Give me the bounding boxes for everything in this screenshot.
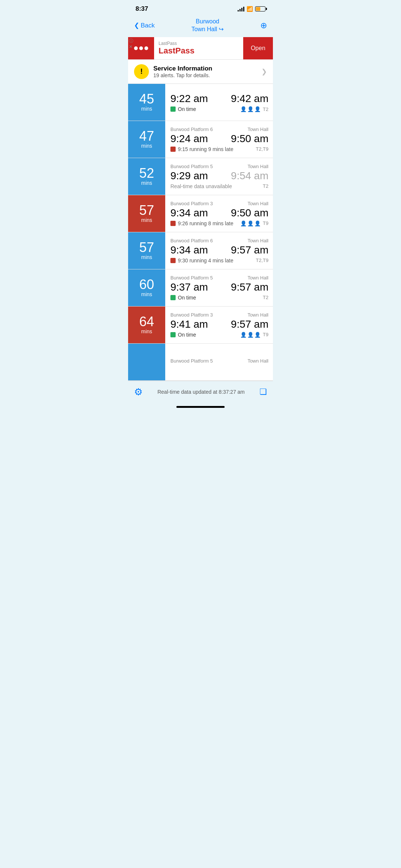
mins-number: 57 [139, 204, 154, 217]
mins-number: 60 [139, 278, 154, 291]
train-top-row: Burwood Platform 5 Town Hall [170, 358, 268, 364]
platform-label: Burwood Platform 5 [170, 164, 213, 169]
late-indicator [170, 147, 176, 152]
line-badge: T9 [261, 220, 268, 226]
arrive-time: 9:50 am [231, 207, 268, 219]
on-time-indicator [170, 107, 176, 112]
destination-label: Town Hall [248, 275, 268, 281]
status-row: 9:15 running 9 mins late [170, 146, 233, 152]
arrive-time: 9:57 am [231, 244, 268, 256]
locate-icon[interactable]: ⊕ [260, 21, 267, 30]
destination-label: Town Hall [248, 358, 268, 364]
destination-label: Town Hall [248, 127, 268, 132]
mins-col: 60mins [128, 269, 165, 306]
mins-label: mins [141, 106, 152, 112]
arrive-time: 9:57 am [231, 281, 268, 293]
train-item[interactable]: 57mins Burwood Platform 6 Town Hall 9:34… [128, 232, 273, 269]
close-icon[interactable]: ⓘ ✕ [129, 38, 133, 49]
train-details: Burwood Platform 5 Town Hall [165, 344, 273, 380]
mins-label: mins [141, 180, 152, 186]
occupancy-row: 👤👤👤 T9 [240, 220, 268, 226]
settings-icon[interactable]: ⚙ [134, 386, 143, 398]
lastpass-small-name: LastPass [159, 41, 239, 46]
back-button[interactable]: ❮ Back [134, 22, 155, 29]
train-item[interactable]: 60mins Burwood Platform 5 Town Hall 9:37… [128, 269, 273, 307]
train-item[interactable]: 52mins Burwood Platform 5 Town Hall 9:29… [128, 158, 273, 195]
train-details: Burwood Platform 6 Town Hall 9:34 am 9:5… [165, 232, 273, 269]
train-item[interactable]: Burwood Platform 5 Town Hall [128, 344, 273, 381]
train-top-row: Burwood Platform 6 Town Hall [170, 127, 268, 132]
footer-update-text: Real-time data updated at 8:37:27 am [157, 389, 245, 395]
train-mid-row: 9:34 am 9:50 am [170, 207, 268, 219]
train-mid-row: 9:34 am 9:57 am [170, 244, 268, 256]
signal-icon [238, 6, 244, 12]
platform-label: Burwood Platform 6 [170, 238, 213, 243]
mins-number: 64 [139, 315, 154, 328]
depart-time: 9:24 am [170, 133, 208, 145]
nav-bar: ❮ Back BurwoodTown Hall ↪ ⊕ [128, 15, 273, 37]
lastpass-text: LastPass LastPass [154, 38, 243, 59]
status-time: 8:37 [136, 5, 148, 13]
service-title: Service Information [153, 65, 257, 72]
status-text: On time [178, 106, 196, 112]
train-details: Burwood Platform 6 Town Hall 9:24 am 9:5… [165, 121, 273, 158]
mins-number: 57 [139, 241, 154, 254]
depart-time: 9:34 am [170, 244, 208, 256]
destination-label: Town Hall [248, 164, 268, 169]
mins-col: 52mins [128, 158, 165, 195]
train-bot-row: Real-time data unavailableT2 [170, 183, 268, 189]
status-text: Real-time data unavailable [170, 183, 232, 189]
battery-icon [255, 6, 265, 12]
train-mid-row: 9:24 am 9:50 am [170, 133, 268, 145]
mins-number: 47 [139, 130, 154, 143]
train-bot-row: On time 👤👤👤 T2 [170, 106, 268, 112]
mins-number: 52 [139, 167, 154, 180]
train-mid-row: 9:22 am 9:42 am [170, 93, 268, 105]
status-row: 9:26 running 8 mins late [170, 220, 233, 226]
occupancy-person: 👤 [240, 332, 247, 338]
status-text: 9:15 running 9 mins late [178, 146, 233, 152]
depart-time: 9:41 am [170, 318, 208, 330]
late-indicator [170, 258, 176, 263]
train-mid-row: 9:37 am 9:57 am [170, 281, 268, 293]
mins-label: mins [141, 143, 152, 149]
status-icons: 📶 [238, 6, 265, 12]
status-text: 9:30 running 4 mins late [178, 258, 233, 263]
platform-label: Burwood Platform 5 [170, 275, 213, 281]
destination-label: Town Hall [248, 238, 268, 243]
on-time-indicator [170, 332, 176, 337]
line-badge: T2 [263, 183, 268, 189]
destination-label: Town Hall [248, 312, 268, 318]
lastpass-open-button[interactable]: Open [243, 37, 273, 59]
train-item[interactable]: 57mins Burwood Platform 3 Town Hall 9:34… [128, 195, 273, 232]
depart-time: 9:37 am [170, 281, 208, 293]
home-bar [176, 406, 225, 408]
mins-col: 64mins [128, 307, 165, 343]
occupancy-person: 👤 [254, 220, 261, 226]
wifi-icon: 📶 [247, 6, 253, 12]
line-badge: T2 [263, 295, 268, 300]
mins-col: 57mins [128, 195, 165, 232]
copy-icon[interactable]: ❏ [260, 387, 267, 397]
status-text: On time [178, 295, 196, 301]
mins-col [128, 344, 165, 380]
status-row: On time [170, 332, 196, 338]
occupancy-row: 👤👤👤 T9 [240, 332, 268, 338]
back-label[interactable]: Back [141, 22, 155, 29]
status-row: On time [170, 106, 196, 112]
train-bot-row: On time T2 [170, 295, 268, 301]
occupancy-person: 👤 [240, 220, 247, 226]
train-mid-row: 9:41 am 9:57 am [170, 318, 268, 330]
on-time-indicator [170, 295, 176, 300]
arrive-time: 9:42 am [231, 93, 268, 105]
train-item[interactable]: 45mins 9:22 am 9:42 am On time 👤👤👤 T2 [128, 84, 273, 121]
mins-label: mins [141, 254, 152, 260]
train-item[interactable]: 64mins Burwood Platform 3 Town Hall 9:41… [128, 307, 273, 344]
mins-label: mins [141, 217, 152, 223]
train-item[interactable]: 47mins Burwood Platform 6 Town Hall 9:24… [128, 121, 273, 158]
home-indicator [128, 403, 273, 409]
late-indicator [170, 221, 176, 226]
service-info-banner[interactable]: ! Service Information 19 alerts. Tap for… [128, 60, 273, 84]
depart-time: 9:34 am [170, 207, 208, 219]
mins-number: 45 [139, 92, 154, 106]
